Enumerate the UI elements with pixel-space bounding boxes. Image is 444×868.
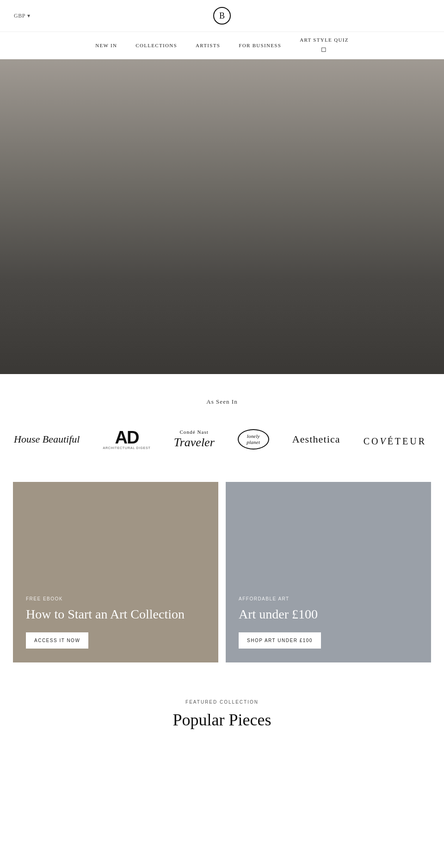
logo-traveler-text: Traveler xyxy=(174,435,215,450)
nav-collections-label: COLLECTIONS xyxy=(136,43,177,48)
nav-artists-label: ARTISTS xyxy=(196,43,220,48)
logo-coveteur-text: COVÉTEUR xyxy=(364,436,426,446)
site-logo[interactable]: B xyxy=(213,6,231,25)
as-seen-in-section: As Seen In xyxy=(0,374,444,415)
affordable-shop-button[interactable]: SHOP ART UNDER £100 xyxy=(239,632,321,649)
logo-conde-nast-text: Condé Nast xyxy=(179,429,209,435)
logo-lonely-planet-text: lonely planet xyxy=(241,433,265,445)
ebook-card-title: How to Start an Art Collection xyxy=(26,606,205,622)
logo-ad-subtext: ARCHITECTURAL DIGEST xyxy=(103,446,150,450)
ebook-access-button[interactable]: ACCESS IT NOW xyxy=(26,632,88,649)
featured-collection-title: Popular Pieces xyxy=(14,710,430,730)
affordable-card-title: Art under £100 xyxy=(239,606,418,622)
logo-ad-letters: AD xyxy=(115,429,139,446)
logo-aesthetica: Aesthetica xyxy=(292,433,340,445)
logo-coveteur: COVÉTEUR xyxy=(364,436,426,447)
main-nav: NEW IN COLLECTIONS ARTISTS FOR BUSINESS … xyxy=(0,32,444,59)
nav-collections[interactable]: COLLECTIONS xyxy=(136,43,177,48)
quiz-icon: ◻ xyxy=(321,45,327,54)
hero-image xyxy=(0,59,444,374)
nav-for-business[interactable]: FOR BUSINESS xyxy=(239,43,281,48)
affordable-card: AFFORDABLE ART Art under £100 SHOP ART U… xyxy=(226,482,431,662)
as-seen-in-label: As Seen In xyxy=(206,398,237,405)
nav-art-style-quiz[interactable]: ART STYLE QUIZ ◻ xyxy=(300,37,349,54)
affordable-card-tag: AFFORDABLE ART xyxy=(239,596,418,601)
currency-arrow-icon: ▾ xyxy=(27,12,31,19)
promo-cards-section: FREE EBOOK How to Start an Art Collectio… xyxy=(0,482,444,662)
nav-artists[interactable]: ARTISTS xyxy=(196,43,220,48)
press-logos-section: House Beautiful AD ARCHITECTURAL DIGEST … xyxy=(0,415,444,468)
svg-text:B: B xyxy=(219,11,225,20)
logo-house-beautiful: House Beautiful xyxy=(14,433,80,445)
logo-conde-nast-traveler: Condé Nast Traveler xyxy=(174,429,215,450)
logo-ad: AD ARCHITECTURAL DIGEST xyxy=(103,429,150,450)
nav-new-in[interactable]: NEW IN xyxy=(95,43,117,48)
ebook-card: FREE EBOOK How to Start an Art Collectio… xyxy=(13,482,218,662)
logo-lonely-planet: lonely planet xyxy=(238,429,269,450)
featured-collection-label: FEATURED COLLECTION xyxy=(14,699,430,705)
nav-for-business-label: FOR BUSINESS xyxy=(239,43,281,48)
ebook-card-tag: FREE EBOOK xyxy=(26,596,205,601)
nav-art-style-quiz-label: ART STYLE QUIZ xyxy=(300,37,349,43)
nav-new-in-label: NEW IN xyxy=(95,43,117,48)
header: GBP ▾ B xyxy=(0,0,444,32)
currency-label: GBP xyxy=(14,12,25,19)
featured-collection-section: FEATURED COLLECTION Popular Pieces xyxy=(0,676,444,739)
currency-selector[interactable]: GBP ▾ xyxy=(14,12,31,19)
